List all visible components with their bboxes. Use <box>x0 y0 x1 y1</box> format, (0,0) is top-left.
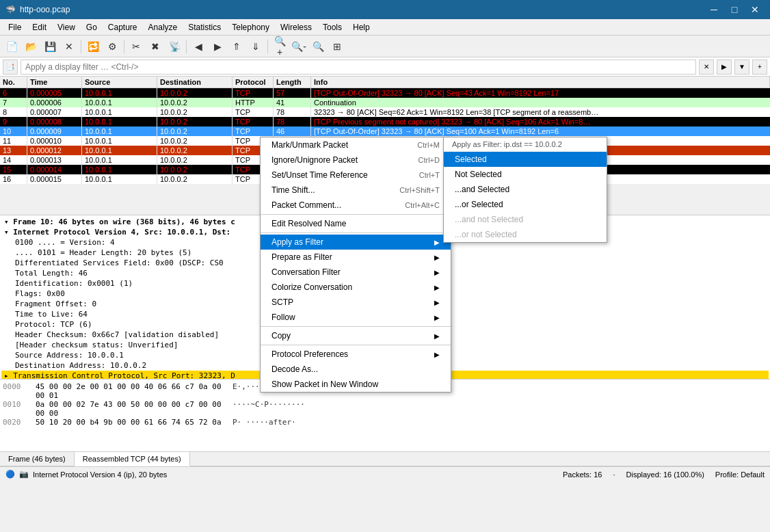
submenu-item[interactable]: ...and Selected <box>444 182 607 197</box>
submenu-item: ...and not Selected <box>444 212 607 227</box>
ctx-item-label: Apply as Filter <box>271 237 323 247</box>
ctx-separator <box>261 345 451 345</box>
submenu-arrow-icon: ▶ <box>434 239 440 246</box>
ctx-item-shortcut: Ctrl+Shift+T <box>399 186 440 194</box>
submenu-arrow-icon: ▶ <box>434 284 440 291</box>
context-menu: Mark/Unmark PacketCtrl+MIgnore/Unignore … <box>260 137 451 393</box>
ctx-menu-item[interactable]: Conversation Filter▶ <box>261 265 451 280</box>
submenu-item[interactable]: ...or Selected <box>444 197 607 212</box>
ctx-overlay: Mark/Unmark PacketCtrl+MIgnore/Unignore … <box>0 0 770 532</box>
ctx-menu-item[interactable]: SCTP▶ <box>261 295 451 310</box>
ctx-menu-item[interactable]: Packet Comment...Ctrl+Alt+C <box>261 198 451 213</box>
submenu-item[interactable]: Not Selected <box>444 167 607 182</box>
submenu-item: ...or not Selected <box>444 227 607 242</box>
ctx-item-label: Decode As... <box>271 364 318 374</box>
ctx-item-label: Mark/Unmark Packet <box>271 140 348 150</box>
ctx-item-label: Colorize Conversation <box>271 282 352 292</box>
ctx-item-shortcut: Ctrl+D <box>419 156 440 164</box>
ctx-menu-item[interactable]: Decode As... <box>261 362 451 377</box>
ctx-menu-item[interactable]: Show Packet in New Window <box>261 377 451 392</box>
ctx-item-shortcut: Ctrl+Alt+C <box>405 201 440 209</box>
ctx-item-label: Follow <box>271 312 295 322</box>
ctx-item-label: Edit Resolved Name <box>271 219 346 228</box>
submenu-arrow-icon: ▶ <box>434 299 440 306</box>
ctx-menu-item[interactable]: Edit Resolved Name <box>261 216 451 231</box>
ctx-menu-item[interactable]: Protocol Preferences▶ <box>261 347 451 362</box>
ctx-item-shortcut: Ctrl+M <box>417 141 440 149</box>
ctx-separator <box>261 326 451 327</box>
ctx-item-shortcut: Ctrl+T <box>419 171 440 179</box>
submenu-arrow-icon: ▶ <box>434 254 440 261</box>
ctx-menu-item[interactable]: Copy▶ <box>261 328 451 343</box>
ctx-menu-item[interactable]: Apply as Filter▶ <box>261 235 451 250</box>
ctx-item-label: Time Shift... <box>271 185 315 195</box>
ctx-menu-item[interactable]: Follow▶ <box>261 310 451 325</box>
ctx-menu-item[interactable]: Set/Unset Time ReferenceCtrl+T <box>261 168 451 183</box>
ctx-separator <box>261 232 451 233</box>
submenu-item[interactable]: Selected <box>444 152 607 167</box>
ctx-separator <box>261 214 451 215</box>
ctx-item-label: SCTP <box>271 297 293 307</box>
submenu-header: Apply as Filter: ip.dst == 10.0.0.2 <box>444 137 607 152</box>
ctx-menu-item[interactable]: Time Shift...Ctrl+Shift+T <box>261 183 451 198</box>
ctx-menu-item[interactable]: Mark/Unmark PacketCtrl+M <box>261 137 451 152</box>
ctx-item-label: Ignore/Unignore Packet <box>271 155 358 165</box>
ctx-menu-item[interactable]: Ignore/Unignore PacketCtrl+D <box>261 152 451 168</box>
submenu-apply-filter: Apply as Filter: ip.dst == 10.0.0.2Selec… <box>443 137 607 243</box>
ctx-item-label: Conversation Filter <box>271 267 341 277</box>
ctx-item-label: Set/Unset Time Reference <box>271 170 368 180</box>
ctx-menu-item[interactable]: Prepare as Filter▶ <box>261 250 451 265</box>
ctx-item-label: Copy <box>271 331 291 341</box>
ctx-item-label: Packet Comment... <box>271 200 341 210</box>
ctx-item-label: Protocol Preferences <box>271 349 348 359</box>
submenu-arrow-icon: ▶ <box>434 314 440 321</box>
submenu-arrow-icon: ▶ <box>434 332 440 340</box>
submenu-arrow-icon: ▶ <box>434 351 440 358</box>
ctx-menu-item[interactable]: Colorize Conversation▶ <box>261 280 451 295</box>
submenu-arrow-icon: ▶ <box>434 269 440 276</box>
ctx-item-label: Prepare as Filter <box>271 252 332 262</box>
ctx-item-label: Show Packet in New Window <box>271 380 378 389</box>
